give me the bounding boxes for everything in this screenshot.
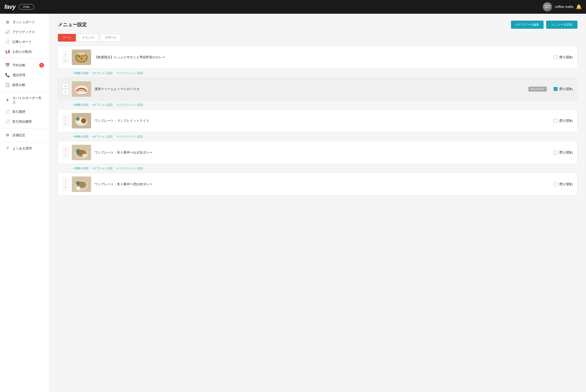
sidebar-label-reservation: 予約台帳 <box>12 63 25 67</box>
app-logo: favy <box>4 4 15 10</box>
add-image-link-4[interactable]: +画像を追加 <box>73 166 88 170</box>
sidebar-label-phone: 電話管理 <box>12 73 25 77</box>
menu-image-5 <box>72 176 91 192</box>
move-up-button-1[interactable]: ∧ <box>62 52 68 57</box>
move-down-button-1[interactable]: ∨ <box>62 58 68 63</box>
sold-out-label-3: 売り切れ <box>559 118 573 123</box>
sold-out-checkbox-2[interactable]: ✓ <box>554 87 558 91</box>
edit-category-button[interactable]: カテゴリーを編集 <box>511 20 544 29</box>
menu-name-5: ワンプレート：炙り豚丼〜雲白肉ダレ〜 <box>94 182 550 186</box>
sold-out-checkbox-5[interactable] <box>554 182 558 186</box>
category-tabs: フード ドリンク デザート <box>58 34 578 42</box>
sidebar-item-transaction[interactable]: 📄 取引履歴 <box>0 107 49 117</box>
product-history-icon: 📄 <box>5 119 10 124</box>
reservation-badge: 0 <box>39 63 44 68</box>
sidebar-item-phone[interactable]: 📞 電話管理 <box>0 70 49 80</box>
sold-out-wrapper-5: 売り切れ <box>554 182 573 186</box>
sidebar-item-dashboard[interactable]: ⊞ ダッシュボード <box>0 17 49 27</box>
sidebar-item-product-history[interactable]: 📄 取引商品履歴 <box>0 117 49 126</box>
content-area: メニュー設定 カテゴリーを編集 メニューを追加 フード ドリンク デザート ∧ … <box>49 14 586 392</box>
move-up-button-4[interactable]: ∧ <box>62 147 68 152</box>
sidebar-label-mobile-order: モバイルオーダー売上 <box>12 96 44 104</box>
move-up-button-3[interactable]: ∧ <box>62 115 68 120</box>
tab-drink[interactable]: ドリンク <box>77 34 99 42</box>
add-menu-button[interactable]: メニューを追加 <box>546 20 578 29</box>
plan-badge: Free <box>19 4 34 10</box>
variation-settings-link-2[interactable]: +バリエーション設定 <box>116 103 143 107</box>
sidebar-label-faq: よくある質問 <box>12 146 32 150</box>
svg-point-4 <box>82 55 84 57</box>
sidebar-item-mobile-order[interactable]: ¥ モバイルオーダー売上 <box>0 94 49 107</box>
sold-out-label-4: 売り切れ <box>559 150 573 155</box>
menu-item-5: ∧ ∨ ワンプレート：炙り豚丼〜雲白肉ダレ〜 <box>58 173 578 196</box>
menu-name-3: ワンプレート：ランブレドットライス <box>94 119 550 123</box>
menu-image-1 <box>72 50 91 65</box>
move-down-button-2[interactable]: ∨ <box>62 90 68 94</box>
move-up-button-2[interactable]: ∧ <box>62 84 68 88</box>
add-image-link-2[interactable]: +画像を追加 <box>73 103 88 107</box>
sold-out-wrapper-1: 売り切れ <box>554 55 573 60</box>
move-down-button-4[interactable]: ∨ <box>62 153 68 158</box>
avatar-inner: COFFEE MAFIA <box>543 2 552 11</box>
sold-out-checkbox-4[interactable] <box>554 150 558 154</box>
move-up-button-5[interactable]: ∧ <box>62 179 68 184</box>
move-down-button-5[interactable]: ∨ <box>62 185 68 190</box>
sidebar-label-analytics: アナリティクス <box>12 30 35 34</box>
sidebar-item-reservation[interactable]: 📅 予約台帳 0 <box>0 60 49 70</box>
sidebar-label-notification: お知らせ配信 <box>12 50 32 54</box>
svg-point-22 <box>77 149 80 152</box>
sold-out-label-1: 売り切れ <box>559 55 573 60</box>
sold-out-checkbox-1[interactable] <box>554 55 558 59</box>
menu-item-4: ∧ ∨ ワンプレート：炙り豚丼〜ねぎ塩ダレ〜 <box>58 141 578 173</box>
sidebar-label-report: 記事レポート <box>12 40 32 44</box>
sold-out-checkbox-3[interactable] <box>554 119 558 123</box>
sidebar-label-product-history: 取引商品履歴 <box>12 120 32 124</box>
svg-point-14 <box>82 119 85 123</box>
sidebar-item-customer[interactable]: 📋 顧客台帳 <box>0 80 49 90</box>
sidebar-item-store-settings[interactable]: ⚙ 店舗設定 <box>0 130 49 140</box>
tab-dessert[interactable]: デザート <box>100 34 121 42</box>
dashboard-icon: ⊞ <box>5 20 10 24</box>
option-settings-link-3[interactable]: +オプション設定 <box>92 135 113 138</box>
sidebar-label-dashboard: ダッシュボード <box>12 20 35 24</box>
option-settings-link-4[interactable]: +オプション設定 <box>92 166 113 170</box>
sidebar-item-report[interactable]: 📄 記事レポート <box>0 37 49 47</box>
menu-image-3 <box>72 113 91 128</box>
option-settings-link-1[interactable]: +オプション設定 <box>92 71 113 75</box>
tab-food[interactable]: フード <box>58 34 76 42</box>
menu-image-2 <box>72 81 91 97</box>
menu-item-2: ∧ ∨ 濃厚クリームとトマトのパスタ SOLD OUT <box>58 78 578 109</box>
customer-icon: 📋 <box>5 82 10 87</box>
header-buttons: カテゴリーを編集 メニューを追加 <box>511 20 578 29</box>
menu-card-1: ∧ ∨ 【数量限定】たっぷり牛すじと季節野菜のカレー <box>58 46 578 68</box>
menu-item-3: ∧ ∨ ワンプレート：ランブレドットライス <box>58 109 578 141</box>
bell-icon[interactable]: 🔔 <box>576 4 582 10</box>
move-down-button-3[interactable]: ∨ <box>62 121 68 126</box>
app-header: favy Free COFFEE MAFIA coffee mafia 🔔 <box>0 0 586 14</box>
menu-name-2: 濃厚クリームとトマトのパスタ <box>94 87 525 91</box>
sidebar-label-store-settings: 店舗設定 <box>12 133 25 137</box>
sidebar-item-faq[interactable]: ? よくある質問 <box>0 144 49 153</box>
add-image-link-1[interactable]: +画像を追加 <box>73 71 88 75</box>
option-settings-link-2[interactable]: +オプション設定 <box>92 103 113 107</box>
avatar[interactable]: COFFEE MAFIA <box>543 2 552 12</box>
mobile-order-icon: ¥ <box>5 98 10 102</box>
sidebar-item-analytics[interactable]: 📈 アナリティクス <box>0 27 49 37</box>
analytics-icon: 📈 <box>5 30 10 34</box>
header-right: COFFEE MAFIA coffee mafia 🔔 <box>543 2 582 12</box>
svg-point-23 <box>82 154 87 157</box>
svg-point-29 <box>77 187 80 190</box>
sidebar-divider-4 <box>0 142 49 142</box>
page-header: メニュー設定 カテゴリーを編集 メニューを追加 <box>58 20 578 29</box>
sidebar-item-notification[interactable]: 📢 お知らせ配信 <box>0 47 49 56</box>
reservation-icon: 📅 <box>5 63 10 68</box>
sold-out-label-2: 売り切れ <box>559 87 573 91</box>
sidebar-divider-1 <box>0 58 49 58</box>
settings-icon: ⚙ <box>5 133 10 138</box>
variation-settings-link-3[interactable]: +バリエーション設定 <box>116 135 143 138</box>
add-image-link-3[interactable]: +画像を追加 <box>73 135 88 138</box>
sidebar-label-customer: 顧客台帳 <box>12 83 25 87</box>
variation-settings-link-4[interactable]: +バリエーション設定 <box>116 166 143 170</box>
variation-settings-link-1[interactable]: +バリエーション設定 <box>116 71 143 75</box>
menu-name-1: 【数量限定】たっぷり牛すじと季節野菜のカレー <box>94 55 550 60</box>
